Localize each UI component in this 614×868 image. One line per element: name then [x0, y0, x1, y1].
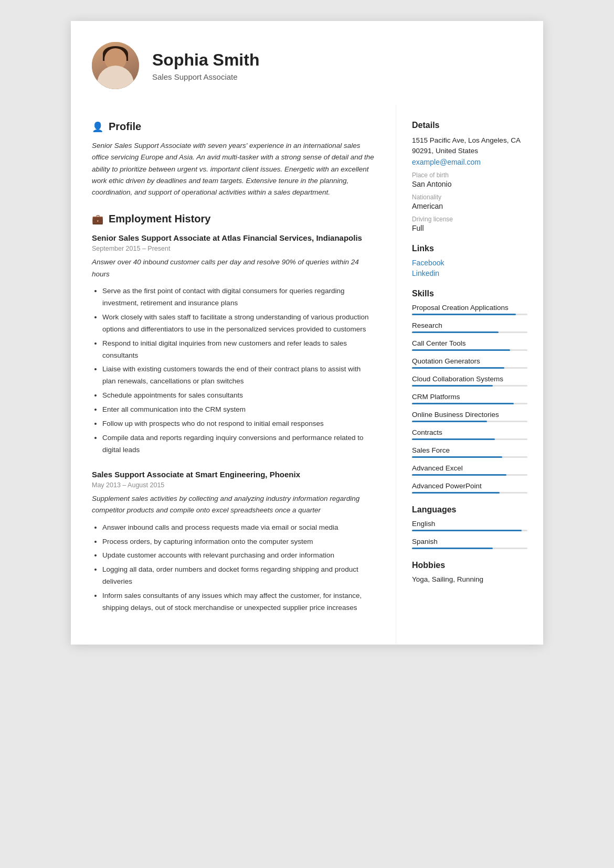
- skill-bar-bg: [412, 492, 527, 494]
- skill-name: CRM Platforms: [412, 393, 527, 401]
- skill-item: CRM Platforms: [412, 393, 527, 404]
- languages-section: Languages English Spanish: [412, 505, 527, 549]
- link-facebook[interactable]: Facebook: [412, 259, 527, 267]
- list-item: Answer inbound calls and process request…: [102, 522, 375, 534]
- skill-item: Advanced Excel: [412, 464, 527, 476]
- job-1-summary: Answer over 40 inbound customer calls pe…: [92, 256, 375, 280]
- skill-name: Contracts: [412, 428, 527, 436]
- place-of-birth-label: Place of birth: [412, 172, 527, 179]
- resume-container: Sophia Smith Sales Support Associate 👤 P…: [71, 21, 543, 645]
- driving-license-label: Driving license: [412, 216, 527, 223]
- job-2-summary: Supplement sales activities by collectin…: [92, 493, 375, 517]
- list-item: Enter all communication into the CRM sys…: [102, 404, 375, 416]
- nationality-label: Nationality: [412, 194, 527, 201]
- employment-icon: 💼: [92, 213, 103, 225]
- list-item: Respond to initial digital inquiries fro…: [102, 338, 375, 362]
- job-1: Senior Sales Support Associate at Atlas …: [92, 232, 375, 456]
- header-info: Sophia Smith Sales Support Associate: [152, 50, 522, 81]
- skill-item: Contracts: [412, 428, 527, 440]
- skill-bar-bg: [412, 314, 527, 315]
- list-item: Work closely with sales staff to facilit…: [102, 312, 375, 336]
- skill-bar-bg: [412, 456, 527, 458]
- skills-section: Skills Proposal Creation Applications Re…: [412, 289, 527, 494]
- list-item: Follow up with prospects who do not resp…: [102, 418, 375, 430]
- list-item: Inform sales consultants of any issues w…: [102, 590, 375, 614]
- employment-section: 💼 Employment History Senior Sales Suppor…: [92, 213, 375, 614]
- skill-name: Advanced Excel: [412, 464, 527, 472]
- list-item: Liaise with existing customers towards t…: [102, 363, 375, 388]
- right-column: Details 1515 Pacific Ave, Los Angeles, C…: [396, 105, 543, 645]
- candidate-name: Sophia Smith: [152, 50, 522, 70]
- job-2-title: Sales Support Associate at Smart Enginee…: [92, 469, 375, 480]
- main-content: 👤 Profile Senior Sales Support Associate…: [71, 105, 543, 645]
- profile-text: Senior Sales Support Associate with seve…: [92, 140, 375, 198]
- details-section: Details 1515 Pacific Ave, Los Angeles, C…: [412, 121, 527, 232]
- skill-bar-bg: [412, 421, 527, 422]
- details-email[interactable]: example@email.com: [412, 158, 527, 166]
- skill-item: Cloud Collaboration Systems: [412, 375, 527, 387]
- skill-bar-bg: [412, 349, 527, 351]
- skill-bar-bg: [412, 367, 527, 369]
- profile-section-title: 👤 Profile: [92, 121, 375, 133]
- skill-bar-bg: [412, 385, 527, 387]
- job-1-dates: September 2015 – Present: [92, 245, 375, 252]
- skill-item: Online Business Directories: [412, 411, 527, 422]
- job-2: Sales Support Associate at Smart Enginee…: [92, 469, 375, 614]
- driving-license-value: Full: [412, 224, 527, 232]
- link-linkedin[interactable]: Linkedin: [412, 269, 527, 277]
- links-section-title: Links: [412, 244, 527, 253]
- header-section: Sophia Smith Sales Support Associate: [71, 21, 543, 105]
- job-1-bullets: Serve as the first point of contact with…: [92, 285, 375, 456]
- hobbies-section-title: Hobbies: [412, 561, 527, 570]
- skill-name: Research: [412, 322, 527, 329]
- lang-name: Spanish: [412, 538, 527, 545]
- skill-bar-bg: [412, 403, 527, 404]
- profile-icon: 👤: [92, 121, 103, 133]
- skill-item: Research: [412, 322, 527, 333]
- job-1-title: Senior Sales Support Associate at Atlas …: [92, 232, 375, 243]
- skill-name: Advanced PowerPoint: [412, 482, 527, 490]
- job-2-bullets: Answer inbound calls and process request…: [92, 522, 375, 615]
- avatar: [92, 42, 139, 89]
- details-address: 1515 Pacific Ave, Los Angeles, CA90291, …: [412, 135, 527, 157]
- skill-bar-bg: [412, 474, 527, 476]
- skill-name: Online Business Directories: [412, 411, 527, 419]
- skill-item: Sales Force: [412, 446, 527, 458]
- skill-name: Call Center Tools: [412, 339, 527, 347]
- list-item: Update customer accounts with relevant p…: [102, 550, 375, 562]
- lang-bar-bg: [412, 548, 527, 549]
- list-item: Schedule appointments for sales consulta…: [102, 390, 375, 402]
- skill-name: Quotation Generators: [412, 357, 527, 365]
- skill-item: Advanced PowerPoint: [412, 482, 527, 494]
- lang-name: English: [412, 520, 527, 528]
- hobbies-section: Hobbies Yoga, Sailing, Running: [412, 561, 527, 583]
- employment-section-title: 💼 Employment History: [92, 213, 375, 225]
- skill-item: Quotation Generators: [412, 357, 527, 369]
- skill-name: Proposal Creation Applications: [412, 304, 527, 312]
- skill-name: Cloud Collaboration Systems: [412, 375, 527, 383]
- links-section: Links Facebook Linkedin: [412, 244, 527, 277]
- languages-section-title: Languages: [412, 505, 527, 515]
- lang-item: English: [412, 520, 527, 531]
- nationality-value: American: [412, 202, 527, 210]
- list-item: Serve as the first point of contact with…: [102, 285, 375, 309]
- list-item: Logging all data, order numbers and dock…: [102, 564, 375, 588]
- skill-name: Sales Force: [412, 446, 527, 454]
- left-column: 👤 Profile Senior Sales Support Associate…: [71, 105, 396, 645]
- skill-bar-bg: [412, 438, 527, 440]
- candidate-title: Sales Support Associate: [152, 72, 522, 81]
- hobbies-text: Yoga, Sailing, Running: [412, 575, 527, 583]
- place-of-birth-value: San Antonio: [412, 180, 527, 188]
- skill-item: Call Center Tools: [412, 339, 527, 351]
- lang-bar-bg: [412, 530, 527, 531]
- lang-item: Spanish: [412, 538, 527, 549]
- skill-bar-bg: [412, 331, 527, 333]
- list-item: Compile data and reports regarding inqui…: [102, 432, 375, 456]
- job-2-dates: May 2013 – August 2015: [92, 481, 375, 489]
- list-item: Process orders, by capturing information…: [102, 536, 375, 548]
- skill-item: Proposal Creation Applications: [412, 304, 527, 315]
- skills-section-title: Skills: [412, 289, 527, 298]
- profile-section: 👤 Profile Senior Sales Support Associate…: [92, 121, 375, 198]
- details-section-title: Details: [412, 121, 527, 130]
